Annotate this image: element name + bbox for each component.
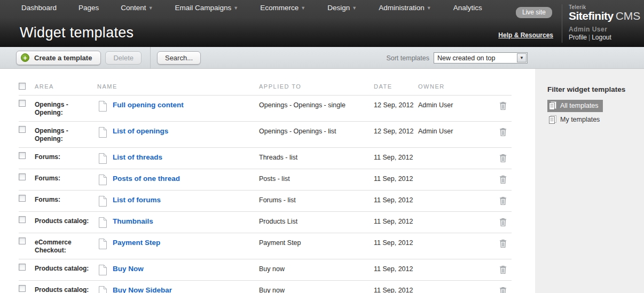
template-name-link[interactable]: List of threads [113, 152, 162, 162]
trash-icon[interactable] [499, 101, 507, 110]
nav-item-pages[interactable]: Pages [78, 4, 99, 12]
row-date: 11 Sep, 2012 [374, 169, 418, 191]
nav-item-administration[interactable]: Administration▼ [379, 4, 431, 12]
template-name-link[interactable]: List of openings [113, 126, 168, 136]
row-applied-to: Threads - list [259, 148, 374, 169]
trash-icon[interactable] [499, 239, 507, 248]
nav-item-content[interactable]: Content▼ [121, 4, 153, 12]
trash-icon[interactable] [499, 196, 507, 205]
template-name-link[interactable]: Thumbnails [113, 216, 153, 226]
row-checkbox[interactable] [19, 100, 26, 107]
filter-list: All templates My templates [547, 100, 644, 128]
row-applied-to: Forums - list [259, 191, 374, 212]
chevron-down-icon: ▼ [233, 5, 238, 11]
select-all-checkbox[interactable] [19, 83, 26, 90]
plus-icon: + [21, 53, 29, 62]
trash-icon[interactable] [499, 128, 507, 137]
nav-item-email-campaigns[interactable]: Email Campaigns▼ [175, 4, 239, 12]
sort-templates-control: Sort templates New created on top ▼ [386, 52, 528, 64]
app-header: Dashboard Pages Content▼ Email Campaigns… [0, 0, 644, 47]
sort-selected-value: New created on top [434, 54, 495, 62]
row-checkbox[interactable] [19, 216, 26, 223]
chevron-down-icon: ▼ [427, 5, 431, 11]
toolbar-divider [150, 47, 151, 69]
documents-stack-icon [548, 101, 557, 110]
row-checkbox[interactable] [19, 195, 26, 202]
sort-templates-select[interactable]: New created on top ▼ [434, 52, 528, 64]
row-checkbox[interactable] [19, 126, 26, 133]
toolbar: + Create a template Delete Search... Sor… [0, 47, 644, 69]
search-button[interactable]: Search... [157, 51, 201, 65]
row-date: 11 Sep, 2012 [374, 233, 418, 259]
row-applied-to: Openings - Openings - list [259, 122, 374, 148]
template-name-link[interactable]: Full opening content [113, 100, 184, 109]
row-applied-to: Products List [259, 212, 374, 233]
trash-icon[interactable] [499, 154, 507, 163]
filter-sidebar-title: Filter widget templates [547, 85, 644, 93]
document-icon [98, 217, 107, 228]
row-area: Products catalog: [35, 259, 97, 281]
documents-stack-icon [548, 115, 557, 124]
row-applied-to: Buy now [259, 281, 374, 293]
row-date: 11 Sep, 2012 [374, 148, 418, 169]
row-checkbox[interactable] [19, 152, 26, 159]
row-date: 11 Sep, 2012 [374, 212, 418, 233]
nav-item-analytics[interactable]: Analytics [453, 4, 482, 12]
live-site-button[interactable]: Live site [516, 7, 552, 18]
trash-icon[interactable] [499, 287, 507, 293]
filter-sidebar: Filter widget templates All templates [535, 69, 644, 293]
row-applied-to: Posts - list [259, 169, 374, 191]
create-template-button[interactable]: + Create a template [16, 51, 101, 65]
row-area: Forums: [35, 148, 97, 169]
row-applied-to: Payment Step [259, 233, 374, 259]
row-checkbox[interactable] [19, 285, 26, 292]
row-owner [418, 259, 499, 281]
row-checkbox[interactable] [19, 173, 26, 180]
row-area: Forums: [35, 169, 97, 191]
delete-button[interactable]: Delete [105, 51, 142, 65]
page-title: Widget templates [20, 25, 133, 41]
template-name-link[interactable]: List of forums [113, 195, 161, 204]
trash-icon[interactable] [499, 265, 507, 274]
logout-link[interactable]: Logout [592, 34, 611, 41]
dropdown-arrow-icon[interactable]: ▼ [517, 53, 527, 62]
document-icon [98, 174, 107, 186]
help-resources-link[interactable]: Help & Resources [498, 31, 553, 39]
table-row: Openings - Opening: List of openings Ope… [19, 122, 512, 148]
row-owner [418, 212, 499, 233]
trash-icon[interactable] [499, 175, 507, 184]
trash-icon[interactable] [499, 218, 507, 227]
nav-item-design[interactable]: Design▼ [327, 4, 357, 12]
template-name-link[interactable]: Payment Step [113, 237, 160, 247]
row-area: Openings - Opening: [35, 96, 97, 122]
template-name-link[interactable]: Buy Now Sidebar [113, 285, 172, 293]
document-icon [98, 238, 107, 250]
row-area: Products catalog: [35, 281, 97, 293]
template-name-link[interactable]: Buy Now [113, 264, 144, 273]
document-icon [98, 153, 107, 164]
filter-item-my-templates[interactable]: My templates [547, 114, 604, 126]
table-header-row: AREA NAME APPLIED TO DATE OWNER [19, 83, 512, 96]
template-name-link[interactable]: Posts of one thread [113, 173, 180, 183]
document-icon [98, 195, 107, 207]
nav-item-dashboard[interactable]: Dashboard [21, 4, 57, 12]
column-header-name: NAME [97, 83, 259, 96]
row-area: Forums: [35, 191, 97, 212]
row-checkbox[interactable] [19, 264, 26, 271]
row-owner [418, 169, 499, 191]
table-row: Forums: Posts of one thread Posts - list… [19, 169, 512, 191]
user-links: Profile|Logout [569, 34, 644, 41]
templates-table: AREA NAME APPLIED TO DATE OWNER Openings… [19, 83, 512, 293]
nav-item-ecommerce[interactable]: Ecommerce▼ [260, 4, 305, 12]
row-checkbox[interactable] [19, 237, 26, 244]
column-header-area: AREA [35, 83, 97, 96]
row-owner: Admin User [418, 122, 499, 148]
table-row: Products catalog: Buy Now Buy now 11 Sep… [19, 259, 512, 281]
filter-item-all-templates[interactable]: All templates [547, 100, 603, 112]
chevron-down-icon: ▼ [301, 5, 305, 11]
profile-link[interactable]: Profile [569, 34, 587, 41]
content-area: AREA NAME APPLIED TO DATE OWNER Openings… [0, 69, 644, 293]
row-date: 11 Sep, 2012 [374, 281, 418, 293]
row-applied-to: Buy now [259, 259, 374, 281]
document-icon [98, 264, 107, 276]
